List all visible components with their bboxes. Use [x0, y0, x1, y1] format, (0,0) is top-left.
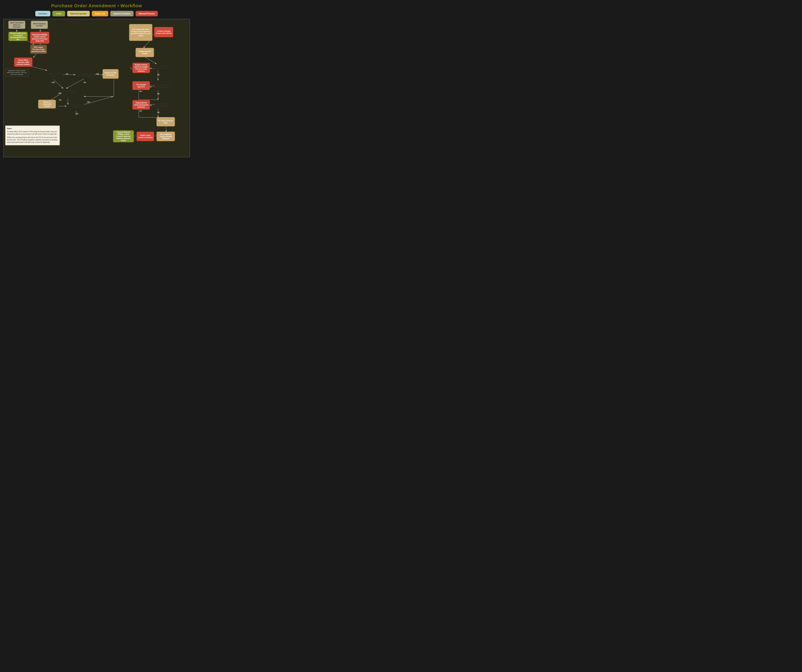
legend-manual: Manual Process: [136, 11, 158, 16]
po-status-open-box: PO status becomes Open: [157, 117, 175, 126]
yes-label-cg: YES: [96, 73, 99, 75]
po-created-status-box: PO created with status Pending CM Assign…: [129, 24, 152, 41]
main-container: Purchase Order Amendment • Workflow Inte…: [0, 0, 193, 160]
do-accounts-diamond: Do accounts have insufficient funds?: [149, 61, 172, 74]
changing-order-box: When Changing an Order: [31, 21, 48, 29]
contract-manager-box: Contract manager assigns and submits: [154, 27, 173, 37]
fiscal-officer-box: Fiscal officer approves; adds account nu…: [14, 57, 32, 67]
budget-reviewer-box: Budget reviewer approves (budget review …: [132, 63, 150, 73]
no-label-commodity: NO: [59, 99, 61, 101]
legend: Interface e-doc External System Batch Jo…: [3, 11, 190, 16]
receiver-adds-box: Receiver adds items to Line-Item Receivi…: [8, 32, 27, 41]
no-label-over: NO: [76, 113, 78, 115]
notes-title: Notes:: [7, 127, 58, 130]
svg-line-15: [84, 96, 113, 105]
is-order-over-diamond: Is order over $10,000?: [65, 100, 86, 113]
routes-commodity-box: Routes to commodity reviewer: [38, 100, 56, 108]
legend-batch: Batch Job: [92, 11, 108, 16]
unordered-items-box: When Unordered Items are Received: [8, 21, 25, 29]
no-label-org: NO: [139, 110, 142, 112]
org-review-box: Organizational review (transaction autho…: [132, 100, 150, 110]
page-title: Purchase Order Amendment • Workflow: [3, 3, 190, 8]
commodity-review-diamond: Commodity review required?: [58, 86, 80, 99]
arrow-file-vendor: [136, 131, 157, 135]
requisition-box: Requisition (REQS) initiator selects Ame…: [30, 32, 49, 44]
yes-label-over: YES: [87, 101, 90, 103]
no-label-transaction: NO: [157, 112, 160, 113]
no-label-funds: NO: [157, 74, 160, 76]
legend-edoc: e-doc: [52, 11, 65, 16]
does-account-diamond: Does account have C&G responsibility?: [74, 68, 95, 81]
no-label-tax: NO: [139, 91, 142, 92]
unapproved-po-box: Unapproved PO created: [136, 48, 154, 57]
file-created-box: File created for vendor through SciQuest: [157, 131, 175, 141]
kfs-creates-box: KFS creates Purchase Order Amendment (PO…: [30, 45, 47, 54]
is-po-nonresident-diamond: Is PO to a nonresident alien or employee…: [149, 79, 172, 92]
is-po-over-transaction-diamond: Is PO over transaction authority amount?: [149, 99, 172, 111]
legend-interface: Interface: [35, 11, 50, 16]
tax-manager-box: Tax manager approves: [132, 81, 150, 90]
routes-cg-box: Routes to C&G processor: [102, 69, 119, 79]
payment-request-box: Payment Request (PREQ) created (requires…: [113, 130, 134, 142]
is-order-less-diamond: Is order less than $5000?: [44, 68, 65, 81]
notes-box: Notes: If a fiscal officer (FO) creates …: [5, 125, 60, 146]
no-label-nonresident: NO: [157, 93, 160, 95]
workflow-area: When Unordered Items are Received When C…: [3, 19, 190, 157]
notes-line1: If a fiscal officer (FO) creates a POA u…: [7, 130, 58, 135]
no-label-cg: NO: [84, 82, 86, 83]
legend-system: System Function: [110, 11, 134, 16]
separation-note: Separation of duty reviewer added when i…: [5, 69, 29, 76]
legend-external: External System: [67, 11, 90, 16]
no-label-order: NO: [66, 73, 68, 75]
yes-label-order: YES: [52, 82, 55, 83]
notes-line2: POAs from unordered items will route to …: [7, 136, 58, 144]
